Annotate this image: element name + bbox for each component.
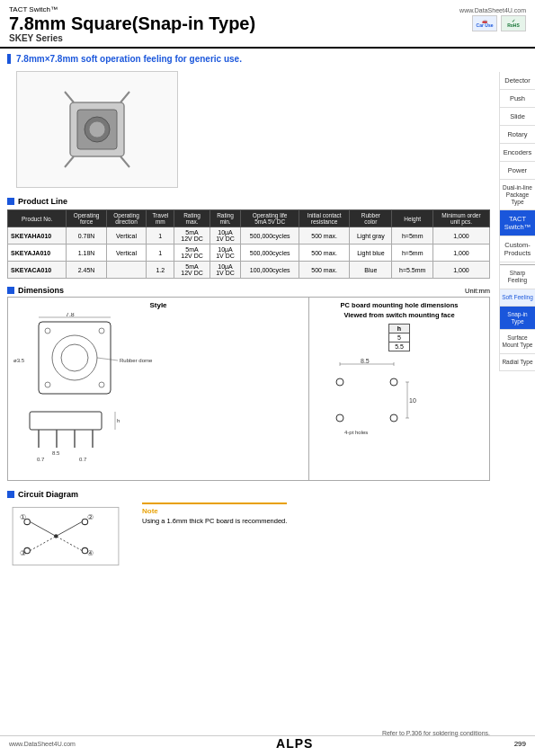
svg-point-9 (52, 335, 97, 380)
style-diagram: Style 7.8 (8, 298, 309, 480)
sidebar-item-push[interactable]: Push (500, 90, 535, 108)
svg-text:③: ③ (20, 549, 26, 557)
pcb-svg: 8.5 10 4-pt holes (313, 355, 421, 445)
rmin-3: 10μA1V DC (210, 262, 241, 279)
sidebar-item-encoders[interactable]: Encoders (500, 144, 535, 162)
note-text: Using a 1.6mm thick PC board is recommen… (142, 517, 287, 525)
sidebar-item-power[interactable]: Power (500, 162, 535, 180)
sidebar-item-tact[interactable]: TACT Switch™ (500, 210, 535, 236)
svg-line-6 (65, 92, 74, 102)
col-op-force: Operatingforce (67, 210, 106, 227)
svg-line-52 (30, 521, 56, 536)
svg-text:4-pt holes: 4-pt holes (344, 430, 368, 435)
h-val-1: 5 (389, 334, 410, 342)
order-1: 1,000 (432, 227, 489, 245)
svg-point-30 (336, 378, 343, 386)
product-line-title: Product Line (18, 197, 67, 206)
svg-text:ø3.5: ø3.5 (13, 358, 25, 363)
main-content: 7.8mm×7.8mm soft operation feeling for g… (0, 49, 497, 575)
svg-text:8.5: 8.5 (361, 358, 370, 364)
unit-label: Unit:mm (465, 287, 490, 295)
svg-text:①: ① (20, 513, 26, 521)
sidebar-subitem-sharp[interactable]: Sharp Feeling (500, 265, 535, 289)
svg-line-4 (65, 156, 74, 167)
svg-point-33 (390, 414, 397, 422)
svg-rect-19 (30, 412, 102, 430)
footer: www.DataSheet4U.com ALPS 299 (0, 735, 535, 751)
dimensions-content: Style 7.8 (7, 297, 490, 481)
svg-point-32 (336, 414, 343, 422)
circuit-section: Circuit Diagram ① ② ③ ④ (7, 490, 490, 570)
order-2: 1,000 (432, 245, 489, 262)
col-op-dir: Operatingdirection (106, 210, 146, 227)
dimensions-section: Dimensions Unit:mm Style (7, 286, 490, 481)
footer-company: ALPS (276, 736, 313, 751)
product-image (16, 71, 178, 188)
svg-text:Rubber dome: Rubber dome (120, 358, 153, 363)
product-no-2: SKEYAJA010 (8, 245, 67, 262)
rubber-3: Blue (350, 262, 392, 279)
svg-line-7 (120, 92, 129, 102)
sidebar-item-slide[interactable]: Slide (500, 108, 535, 126)
svg-text:7.8: 7.8 (66, 313, 75, 317)
rubber-2: Light blue (350, 245, 392, 262)
style-label: Style (12, 301, 305, 309)
svg-line-5 (120, 156, 129, 167)
col-rating-max: Ratingmax. (174, 210, 210, 227)
car-use-badge: 🚗Car Use (472, 15, 497, 31)
svg-text:h: h (117, 418, 120, 423)
circuit-content: ① ② ③ ④ Note Using a 1.6mm thick PC boar… (7, 503, 490, 570)
svg-rect-43 (13, 507, 119, 565)
life-1: 500,000cycles (241, 227, 299, 245)
rmin-1: 10μA1V DC (210, 227, 241, 245)
col-min-order: Minimum orderunit pcs. (432, 210, 489, 227)
life-3: 100,000cycles (241, 262, 299, 279)
product-no-3: SKEYACA010 (8, 262, 67, 279)
sidebar-item-rotary[interactable]: Rotary (500, 126, 535, 144)
sidebar-item-dual[interactable]: Dual-in-line Package Type (500, 180, 535, 210)
tagline: 7.8mm×7.8mm soft operation feeling for g… (7, 54, 490, 64)
svg-point-12 (99, 328, 104, 334)
force-3: 2.45N (67, 262, 106, 279)
svg-point-56 (54, 534, 58, 538)
sidebar-subitem-snapin[interactable]: Snap-in Type (500, 307, 535, 331)
dim-marker (7, 287, 14, 294)
svg-line-53 (56, 521, 82, 536)
footer-page: 299 (514, 740, 526, 748)
travel-3: 1.2 (147, 262, 174, 279)
col-height: Height (392, 210, 433, 227)
h-val-2: 5.5 (389, 342, 410, 351)
badges: 🚗Car Use ✓RoHS (472, 15, 526, 31)
sidebar-subitem-surface[interactable]: Surface Mount Type (500, 330, 535, 354)
note-title: Note (142, 507, 287, 515)
svg-line-18 (97, 358, 118, 360)
svg-text:②: ② (87, 513, 94, 521)
force-2: 1.18N (67, 245, 106, 262)
svg-line-55 (56, 537, 82, 551)
sidebar: Detector Push Slide Rotary Encoders Powe… (499, 72, 535, 371)
svg-text:④: ④ (87, 549, 94, 557)
h-col: h (389, 325, 410, 334)
dimensions-header: Dimensions Unit:mm (7, 286, 490, 295)
sidebar-subitem-soft[interactable]: Soft Feeling (500, 289, 535, 307)
col-product-no: Product No. (8, 210, 67, 227)
h-table: h 5 5.5 (388, 324, 410, 351)
page-title: 7.8mm Square(Snap-in Type) (9, 13, 526, 33)
pc-label: PC board mounting hole dimensionsViewed … (313, 301, 486, 320)
rohs-badge: ✓RoHS (501, 15, 526, 31)
svg-point-11 (45, 328, 50, 334)
note-box: Note Using a 1.6mm thick PC board is rec… (142, 503, 287, 525)
table-row: SKEYACA010 2.45N 1.2 5mA12V DC 10μA1V DC… (8, 262, 490, 279)
table-row: SKEYAHA010 0.78N Vertical 1 5mA12V DC 10… (8, 227, 490, 245)
force-1: 0.78N (67, 227, 106, 245)
svg-text:8.5: 8.5 (52, 450, 60, 456)
sidebar-item-custom[interactable]: Custom-Products (500, 236, 535, 262)
contact-2: 500 max. (299, 245, 350, 262)
sidebar-item-detector[interactable]: Detector (500, 72, 535, 90)
sidebar-subitem-radial[interactable]: Radial Type (500, 354, 535, 371)
series-label: SKEY Series (9, 33, 526, 43)
svg-point-13 (45, 382, 50, 387)
svg-text:0.7: 0.7 (79, 457, 87, 462)
height-2: h=5mm (392, 245, 433, 262)
product-table: Product No. Operatingforce Operatingdire… (7, 209, 490, 279)
